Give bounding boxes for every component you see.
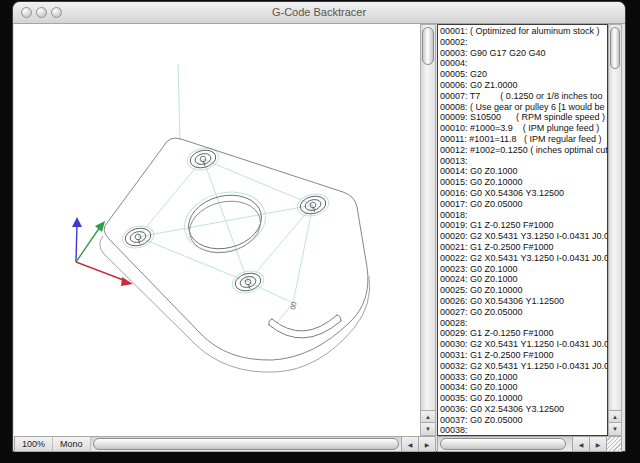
gcode-scroll-left-button[interactable]: ◀ <box>572 437 589 451</box>
viewport-horizontal-scroll-thumb[interactable] <box>93 438 399 450</box>
viewport-scroll-right-button[interactable]: ▶ <box>418 437 435 451</box>
scroll-right-icon: ▶ <box>425 441 430 448</box>
toolpath-line <box>138 159 203 237</box>
gcode-line[interactable]: 00022: G2 X0.5431 Y3.1250 I-0.0431 J0.00 <box>440 253 607 264</box>
gcode-line[interactable]: 00011: #1001=11.8 ( IPM regular feed ) <box>440 134 607 145</box>
scroll-down-icon: ▼ <box>612 426 618 432</box>
gcode-line[interactable]: 00014: G0 Z0.1000 <box>440 166 607 177</box>
gcode-line[interactable]: 00025: G0 Z0.10000 <box>440 285 607 296</box>
gcode-horizontal-scroll-thumb[interactable] <box>440 438 566 450</box>
gcode-line[interactable]: 00009: S10500 ( RPM spindle speed ) <box>440 112 607 123</box>
toolpath-line <box>138 205 313 237</box>
model-viewport[interactable]: 00 <box>14 24 420 436</box>
gcode-line[interactable]: 00032: G2 X0.5431 Y1.1250 I-0.0431 J0.00 <box>440 361 607 372</box>
app-window: G-Code Backtracer <box>13 2 625 451</box>
gcode-line[interactable]: 00034: G0 Z0.1000 <box>440 382 607 393</box>
viewport-bottom-bar: 100% Mono ◀ ▶ <box>14 436 436 452</box>
toolpath-line <box>248 205 313 282</box>
axis-z-line <box>76 224 77 262</box>
toolpath-line <box>293 205 313 303</box>
gcode-line[interactable]: 00027: G0 Z0.05000 <box>440 307 607 318</box>
desktop-background: G-Code Backtracer <box>0 0 640 463</box>
window-content: 00 ▲ ▼ <box>13 24 625 451</box>
gcode-line[interactable]: 00017: G0 Z0.05000 <box>440 199 607 210</box>
viewport-vertical-scroll-thumb[interactable] <box>422 27 434 65</box>
gcode-line[interactable]: 00023: G0 Z0.1000 <box>440 264 607 275</box>
gcode-line[interactable]: 00021: G1 Z-0.2500 F#1000 <box>440 242 607 253</box>
toolpath-lines <box>120 64 331 324</box>
gcode-line[interactable]: 00003: G90 G17 G20 G40 <box>440 48 607 59</box>
gcode-line[interactable]: 00033: G0 Z0.1000 <box>440 372 607 383</box>
gcode-line[interactable]: 00005: G20 <box>440 69 607 80</box>
gcode-line[interactable]: 00029: G1 Z-0.1250 F#1000 <box>440 328 607 339</box>
slot-outer-arc <box>269 321 341 338</box>
scroll-down-icon: ▼ <box>425 426 431 432</box>
wireframe-model: 00 <box>14 24 420 436</box>
gcode-line[interactable]: 00030: G2 X0.5431 Y1.1250 I-0.0431 J0.00 <box>440 339 607 350</box>
gcode-line[interactable]: 00007: T7 ( 0.1250 or 1/8 inches too <box>440 91 607 102</box>
toolpath-line <box>203 159 313 205</box>
gcode-line[interactable]: 00001: ( Optimized for aluminum stock ) <box>440 26 607 37</box>
part-label: 00 <box>289 301 297 310</box>
gcode-scroll-right-button[interactable]: ▶ <box>589 437 606 451</box>
gcode-line[interactable]: 00026: G0 X0.54306 Y1.12500 <box>440 296 607 307</box>
scroll-up-icon: ▲ <box>425 414 431 420</box>
gcode-line[interactable]: 00037: G0 Z0.05000 <box>440 415 607 426</box>
gcode-line[interactable]: 00019: G1 Z-0.1250 F#1000 <box>440 220 607 231</box>
slot-end-cap <box>269 319 272 325</box>
gcode-line[interactable]: 00012: #1002=0.1250 ( inches optimal cut <box>440 145 607 156</box>
gcode-line[interactable]: 00035: G0 Z0.10000 <box>440 393 607 404</box>
toolpath-line <box>248 282 293 303</box>
plate-outline <box>100 138 370 372</box>
center-hole-inner-wall <box>184 194 266 260</box>
window-title: G-Code Backtracer <box>13 6 625 18</box>
gcode-bottom-bar: ◀ ▶ <box>437 436 622 452</box>
gcode-line[interactable]: 00020: G2 X0.5431 Y3.1250 I-0.0431 J0.00 <box>440 231 607 242</box>
gcode-listing[interactable]: 00001: ( Optimized for aluminum stock )0… <box>437 24 608 436</box>
gcode-line[interactable]: 00015: G0 Z0.10000 <box>440 177 607 188</box>
gcode-line[interactable]: 00013: <box>440 156 607 167</box>
viewport-horizontal-scrollbar[interactable] <box>91 437 401 451</box>
window-resize-grip[interactable] <box>606 437 621 451</box>
curved-slot <box>269 315 341 338</box>
gcode-line[interactable]: 00016: G0 X0.54306 Y3.12500 <box>440 188 607 199</box>
axis-x-line <box>76 262 126 281</box>
scroll-left-icon: ◀ <box>579 441 584 448</box>
gcode-line[interactable]: 00038: <box>440 425 607 436</box>
scroll-up-icon: ▲ <box>612 414 618 420</box>
gcode-scroll-down-button[interactable]: ▼ <box>609 422 621 435</box>
gcode-line[interactable]: 00002: <box>440 37 607 48</box>
gcode-line[interactable]: 00010: #1000=3.9 ( IPM plunge feed ) <box>440 123 607 134</box>
gcode-line[interactable]: 00031: G1 Z-0.2500 F#1000 <box>440 350 607 361</box>
gcode-line[interactable]: 00024: G0 Z0.1000 <box>440 274 607 285</box>
gcode-line[interactable]: 00004: <box>440 58 607 69</box>
slot-end-cap <box>337 315 341 321</box>
toolpath-line <box>178 64 180 140</box>
plate-bottom-edge <box>100 236 370 372</box>
gcode-line[interactable]: 00006: G0 Z1.0000 <box>440 80 607 91</box>
gcode-line[interactable]: 00036: G0 X2.54306 Y3.12500 <box>440 404 607 415</box>
zoom-level-control[interactable]: 100% <box>15 437 53 451</box>
scroll-left-icon: ◀ <box>408 441 413 448</box>
viewport-scroll-down-button[interactable]: ▼ <box>421 422 435 435</box>
gcode-line[interactable]: 00028: <box>440 318 607 329</box>
gcode-line[interactable]: 00018: <box>440 210 607 221</box>
axis-y-arrow-icon <box>95 221 105 232</box>
gcode-vertical-scrollbar[interactable]: ▲ ▼ <box>608 24 622 436</box>
axis-z-arrow-icon <box>72 217 82 227</box>
scroll-right-icon: ▶ <box>596 441 601 448</box>
title-bar[interactable]: G-Code Backtracer <box>13 2 625 24</box>
viewport-scroll-left-button[interactable]: ◀ <box>401 437 418 451</box>
gcode-horizontal-scrollbar[interactable] <box>438 437 572 451</box>
gcode-line[interactable]: 00008: ( Use gear or pulley 6 [1 would b… <box>440 102 607 113</box>
axis-y-line <box>76 227 100 262</box>
gcode-vertical-scroll-thumb[interactable] <box>610 27 620 69</box>
viewport-vertical-scrollbar[interactable]: ▲ ▼ <box>420 24 436 436</box>
render-mode-control[interactable]: Mono <box>53 437 91 451</box>
